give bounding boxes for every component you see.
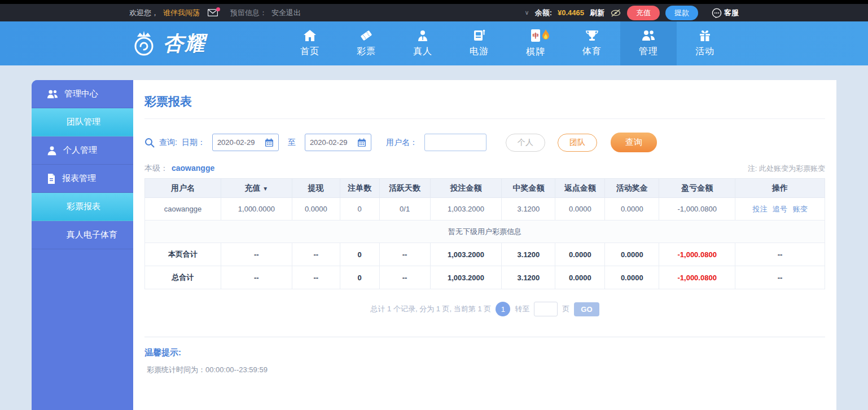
users-icon bbox=[641, 29, 656, 42]
nav-label: 活动 bbox=[695, 46, 714, 58]
logout-link[interactable]: 安全退出 bbox=[271, 8, 301, 18]
live-person-icon bbox=[416, 29, 429, 42]
sidebar-item-management-center[interactable]: 管理中心 bbox=[32, 80, 133, 108]
sidebar-item-team-management[interactable]: 团队管理 bbox=[32, 108, 133, 136]
page-body: 管理中心 团队管理 个人管理 报表管理 彩票报表 真人电子体育 彩票报表 查询:… bbox=[0, 65, 868, 410]
nav-item-home[interactable]: 首页 bbox=[282, 21, 338, 65]
main-navbar: 杏耀 首页 彩票 真人 电游 中 棋牌 bbox=[0, 21, 868, 65]
page-unit-label: 页 bbox=[562, 304, 569, 314]
withdraw-button[interactable]: 提款 bbox=[665, 6, 698, 20]
header-active-days: 活跃天数 bbox=[379, 179, 430, 198]
row-profit: -1,000.0800 bbox=[659, 198, 735, 221]
current-level-label: 本级： bbox=[144, 164, 168, 174]
crown-emblem-icon bbox=[129, 29, 159, 58]
calendar-icon[interactable] bbox=[265, 138, 274, 147]
sidebar-item-live-electronic-sports[interactable]: 真人电子体育 bbox=[32, 221, 133, 249]
date-label: 日期： bbox=[182, 138, 205, 148]
sidebar-item-lottery-report[interactable]: 彩票报表 bbox=[32, 193, 133, 221]
sidebar-item-label: 团队管理 bbox=[67, 117, 100, 127]
sort-desc-icon: ▼ bbox=[262, 186, 268, 192]
row-bet-amount: 1,003.2000 bbox=[430, 198, 502, 221]
hot-flame-icon bbox=[541, 29, 550, 41]
chase-number-link[interactable]: 追号 bbox=[773, 205, 787, 213]
nav-item-activities[interactable]: 活动 bbox=[677, 21, 733, 65]
nav-label: 电游 bbox=[470, 46, 489, 58]
sidebar-item-label: 彩票报表 bbox=[67, 201, 100, 212]
date-range-to-label: 至 bbox=[288, 138, 296, 148]
search-button[interactable]: 查询 bbox=[611, 133, 657, 152]
row-active-days: 0/1 bbox=[379, 198, 430, 221]
users-icon bbox=[46, 89, 59, 99]
hide-balance-icon[interactable] bbox=[610, 8, 621, 17]
calendar-icon[interactable] bbox=[357, 138, 366, 147]
page-total-actions: -- bbox=[735, 243, 825, 266]
nav-item-management[interactable]: 管理 bbox=[620, 21, 677, 65]
level-row: 本级： caowangge 注: 此处账变为彩票账变 bbox=[144, 164, 825, 174]
balance-value: ¥0.4465 bbox=[558, 8, 584, 17]
recharge-button[interactable]: 充值 bbox=[627, 6, 660, 20]
page-number-button[interactable]: 1 bbox=[496, 302, 510, 316]
sidebar-item-label: 个人管理 bbox=[63, 145, 97, 156]
row-activity-bonus: 0.0000 bbox=[605, 198, 659, 221]
brand-logo[interactable]: 杏耀 bbox=[129, 29, 282, 58]
query-label: 查询: bbox=[159, 138, 177, 148]
personal-filter-button[interactable]: 个人 bbox=[506, 134, 545, 152]
date-to-field[interactable] bbox=[305, 134, 371, 151]
pagination: 总计 1 个记录, 分为 1 页, 当前第 1 页 1 转至 页 GO bbox=[144, 302, 825, 316]
nav-item-board-games[interactable]: 中 棋牌 bbox=[507, 21, 564, 65]
chevron-down-icon[interactable]: ∨ bbox=[525, 9, 529, 16]
pagination-summary: 总计 1 个记录, 分为 1 页, 当前第 1 页 bbox=[370, 304, 491, 314]
search-icon bbox=[144, 138, 155, 148]
trophy-icon bbox=[585, 29, 599, 42]
sidebar-item-personal-management[interactable]: 个人管理 bbox=[32, 136, 133, 165]
balance-label: 余额: bbox=[535, 8, 552, 18]
username-link[interactable]: 谁伴我闯荡 bbox=[163, 8, 200, 18]
slot-machine-icon bbox=[472, 29, 486, 42]
row-rebate-amount: 0.0000 bbox=[555, 198, 605, 221]
chat-bubble-icon bbox=[712, 8, 722, 18]
refresh-balance-link[interactable]: 刷新 bbox=[590, 8, 604, 18]
header-win-amount: 中奖金额 bbox=[502, 179, 555, 198]
customer-service-label: 客服 bbox=[724, 8, 739, 18]
row-withdraw: 0.0000 bbox=[292, 198, 340, 221]
grand-total-recharge: -- bbox=[221, 266, 292, 289]
page-title: 彩票报表 bbox=[144, 80, 825, 119]
username-label: 用户名： bbox=[386, 138, 418, 148]
sidebar-item-report-management[interactable]: 报表管理 bbox=[32, 165, 133, 193]
date-from-input[interactable] bbox=[217, 138, 261, 147]
nav-item-sports[interactable]: 体育 bbox=[564, 21, 620, 65]
header-recharge-sort[interactable]: 充值 ▼ bbox=[221, 179, 292, 198]
goto-label: 转至 bbox=[515, 304, 529, 314]
table-header-row: 用户名 充值 ▼ 提现 注单数 活跃天数 投注金额 中奖金额 返点金额 活动奖金… bbox=[145, 179, 825, 198]
account-change-link[interactable]: 账变 bbox=[793, 205, 808, 213]
mail-icon[interactable] bbox=[208, 9, 218, 16]
goto-page-input[interactable] bbox=[534, 302, 558, 316]
date-to-input[interactable] bbox=[310, 138, 354, 147]
tips-stat-time: 彩票统计时间为：00:00:00--23:59:59 bbox=[144, 365, 825, 375]
row-username-link[interactable]: caowangge bbox=[145, 198, 221, 221]
header-bet-amount: 投注金额 bbox=[430, 179, 502, 198]
grand-total-active-days: -- bbox=[379, 266, 430, 289]
header-actions: 操作 bbox=[735, 179, 825, 198]
header-activity-bonus: 活动奖金 bbox=[605, 179, 659, 198]
nav-item-lottery[interactable]: 彩票 bbox=[338, 21, 394, 65]
header-label: 充值 bbox=[244, 183, 260, 192]
sidebar-item-label: 真人电子体育 bbox=[67, 230, 117, 240]
nav-item-live[interactable]: 真人 bbox=[394, 21, 451, 65]
team-filter-button[interactable]: 团队 bbox=[558, 134, 597, 152]
header-username: 用户名 bbox=[145, 179, 221, 198]
grand-total-bet: 1,003.2000 bbox=[430, 266, 502, 289]
ticket-icon bbox=[360, 29, 373, 42]
reserved-message-label: 预留信息： bbox=[230, 8, 267, 18]
page-total-activity: 0.0000 bbox=[605, 243, 659, 266]
page-total-bet: 1,003.2000 bbox=[430, 243, 502, 266]
date-from-field[interactable] bbox=[212, 134, 279, 151]
nav-item-egames[interactable]: 电游 bbox=[451, 21, 507, 65]
customer-service-button[interactable]: 客服 bbox=[712, 8, 739, 18]
username-input[interactable] bbox=[424, 134, 486, 151]
current-level-user-link[interactable]: caowangge bbox=[172, 164, 214, 173]
bet-records-link[interactable]: 投注 bbox=[752, 205, 767, 213]
header-orders: 注单数 bbox=[340, 179, 379, 198]
row-orders: 0 bbox=[340, 198, 379, 221]
go-button[interactable]: GO bbox=[574, 302, 599, 316]
